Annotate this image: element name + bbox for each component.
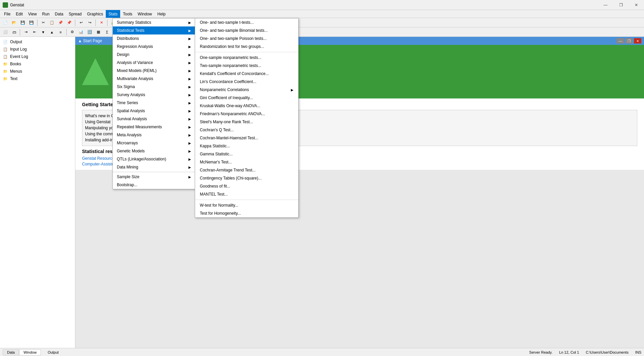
menu-one-sample-nonparametric[interactable]: One-sample nonparametric tests... [195, 54, 298, 62]
menu-help[interactable]: Help [155, 10, 168, 18]
menu-cochran-mantel[interactable]: Cochran-Mantel-Haenszel Test... [195, 134, 298, 142]
menu-edit[interactable]: Edit [13, 10, 25, 18]
sidebar-item-output[interactable]: 📄 Output [0, 38, 75, 46]
menu-steel[interactable]: Steel's Many-one Rank Test... [195, 118, 298, 126]
menu-six-sigma[interactable]: Six Sigma ▶ [113, 83, 195, 91]
menu-kappa[interactable]: Kappa Statistic... [195, 142, 298, 150]
minimize-button[interactable]: — [598, 0, 613, 10]
sidebar-item-input-log[interactable]: 📋 Input Log [0, 46, 75, 53]
sidebar-item-menus[interactable]: 📁 Menus [0, 68, 75, 75]
menu-regression-analysis[interactable]: Regression Analysis ▶ [113, 43, 195, 51]
t2-btn10[interactable]: 🔢 [86, 28, 94, 36]
t2-btn5[interactable]: ▼ [39, 28, 47, 36]
menu-lin-concordance[interactable]: Lin's Concordance Coefficient... [195, 78, 298, 86]
menu-binomial-tests[interactable]: One- and two-sample Binomial tests... [195, 26, 298, 34]
menu-survey-analysis[interactable]: Survey Analysis ▶ [113, 91, 195, 99]
menu-distributions[interactable]: Distributions ▶ [113, 34, 195, 43]
t2-btn12[interactable]: Σ [103, 28, 111, 36]
lin-concordance-label: Lin's Concordance Coefficient... [200, 79, 256, 84]
sidebar-item-text[interactable]: 📁 Text [0, 75, 75, 82]
menu-graphics[interactable]: Graphics [84, 10, 106, 18]
menu-file[interactable]: File [1, 10, 13, 18]
stop-btn[interactable]: ✕ [97, 19, 105, 27]
sidebar-item-event-log[interactable]: 📋 Event Log [0, 53, 75, 60]
menu-summary-statistics[interactable]: Summary Statistics ▶ [113, 18, 195, 26]
menu-mixed-models[interactable]: Mixed Models (REML) ▶ [113, 67, 195, 75]
inner-restore[interactable]: ❐ [625, 38, 633, 44]
t2-btn4[interactable]: ⇤ [30, 28, 38, 36]
menu-mcnemar[interactable]: McNemar's Test... [195, 158, 298, 166]
menu-microarrays[interactable]: Microarrays ▶ [113, 139, 195, 147]
save-all-btn[interactable]: 💾 [27, 19, 35, 27]
new-btn[interactable]: 📄 [1, 19, 9, 27]
open-btn[interactable]: 📂 [10, 19, 18, 27]
menu-analysis-of-variance[interactable]: Analysis of Variance ▶ [113, 59, 195, 67]
sidebar-item-books[interactable]: 📁 Books [0, 60, 75, 68]
menu-data-mining[interactable]: Data Mining ▶ [113, 163, 195, 171]
menu-run[interactable]: Run [39, 10, 52, 18]
t2-btn1[interactable]: ⬜ [1, 28, 9, 36]
menu-gamma[interactable]: Gamma Statistic... [195, 150, 298, 158]
statistical-tests-label: Statistical Tests [117, 28, 144, 33]
menu-homogeneity[interactable]: Test for Homogeneity... [195, 209, 298, 217]
menu-w-test[interactable]: W-test for Normality... [195, 201, 298, 209]
menu-window[interactable]: Window [135, 10, 155, 18]
save-btn[interactable]: 💾 [19, 19, 27, 27]
menu-friedman[interactable]: Friedman's Nonparametric ANOVA... [195, 110, 298, 118]
inner-minimize[interactable]: — [617, 38, 624, 44]
close-button[interactable]: ✕ [629, 0, 644, 10]
menu-poisson-tests[interactable]: One- and two-sample Poisson tests... [195, 34, 298, 43]
menu-meta-analysis[interactable]: Meta Analysis ▶ [113, 131, 195, 139]
meta-analysis-label: Meta Analysis [117, 133, 142, 137]
paste2-btn[interactable]: 📌 [65, 19, 73, 27]
t2-btn3[interactable]: ⇥ [22, 28, 30, 36]
menu-qtls[interactable]: QTLs (Linkage/Association) ▶ [113, 155, 195, 163]
paste-btn[interactable]: 📌 [57, 19, 65, 27]
menu-tools[interactable]: Tools [120, 10, 135, 18]
menu-repeated-measurements[interactable]: Repeated Measurements ▶ [113, 123, 195, 131]
copy-btn[interactable]: 📋 [48, 19, 56, 27]
t2-btn2[interactable]: 🗃 [10, 28, 18, 36]
redo-btn[interactable]: ↪ [86, 19, 94, 27]
menu-nonparametric-correlations[interactable]: Nonparametric Correlations ▶ [195, 86, 298, 94]
menu-cochran-q[interactable]: Cochran's Q Test... [195, 126, 298, 134]
menu-time-series[interactable]: Time Series ▶ [113, 99, 195, 107]
menu-two-sample-nonparametric[interactable]: Two-sample nonparametric tests... [195, 62, 298, 70]
maximize-button[interactable]: ❐ [613, 0, 629, 10]
menu-data[interactable]: Data [52, 10, 66, 18]
menu-stats[interactable]: Stats [106, 10, 120, 18]
menu-t-tests[interactable]: One- and two-sample t-tests... [195, 18, 298, 26]
menu-goodness-of-fit[interactable]: Goodness of fit... [195, 182, 298, 190]
t2-btn9[interactable]: 📊 [77, 28, 85, 36]
t2-btn7[interactable]: ≡ [57, 28, 65, 36]
menu-bootstrap[interactable]: Bootstrap... [113, 181, 195, 189]
t2-btn8[interactable]: ⚙ [68, 28, 76, 36]
menu-survival-analysis[interactable]: Survival Analysis ▶ [113, 115, 195, 123]
menu-mantel[interactable]: MANTEL Test... [195, 190, 298, 198]
menu-multivariate[interactable]: Multivariate Analysis ▶ [113, 75, 195, 83]
t2-btn6[interactable]: ▲ [48, 28, 56, 36]
menu-gini[interactable]: Gini Coefficient of Inequality... [195, 94, 298, 102]
menu-spatial-analysis[interactable]: Spatial Analysis ▶ [113, 107, 195, 115]
data-mining-label: Data Mining [117, 165, 138, 169]
menu-sample-size[interactable]: Sample Size ▶ [113, 173, 195, 181]
cut-btn[interactable]: ✂ [39, 19, 47, 27]
status-tab-window[interactable]: Window [19, 349, 41, 355]
menu-kruskal-wallis[interactable]: Kruskal-Wallis One-way ANOVA... [195, 102, 298, 110]
menu-view[interactable]: View [25, 10, 39, 18]
menu-statistical-tests[interactable]: Statistical Tests ▶ [113, 26, 195, 34]
server-status: Server Ready. [529, 350, 553, 354]
sidebar-label-text: Text [10, 76, 17, 81]
inner-close[interactable]: ✕ [634, 38, 641, 44]
menu-genetic-models[interactable]: Genetic Models ▶ [113, 147, 195, 155]
menu-randomization-test[interactable]: Randomization test for two groups... [195, 43, 298, 51]
status-bar: Data Window Output Server Ready. Ln 12, … [0, 348, 644, 356]
menu-spread[interactable]: Spread [66, 10, 84, 18]
status-tab-data[interactable]: Data [3, 349, 19, 355]
menu-design[interactable]: Design ▶ [113, 51, 195, 59]
t2-btn11[interactable]: ▦ [94, 28, 102, 36]
menu-cochran-armitage[interactable]: Cochran-Armitage Trend Test... [195, 166, 298, 174]
menu-contingency-tables[interactable]: Contingency Tables (Chi-square)... [195, 174, 298, 182]
undo-btn[interactable]: ↩ [77, 19, 85, 27]
menu-kendall[interactable]: Kendall's Coefficient of Concordance... [195, 70, 298, 78]
